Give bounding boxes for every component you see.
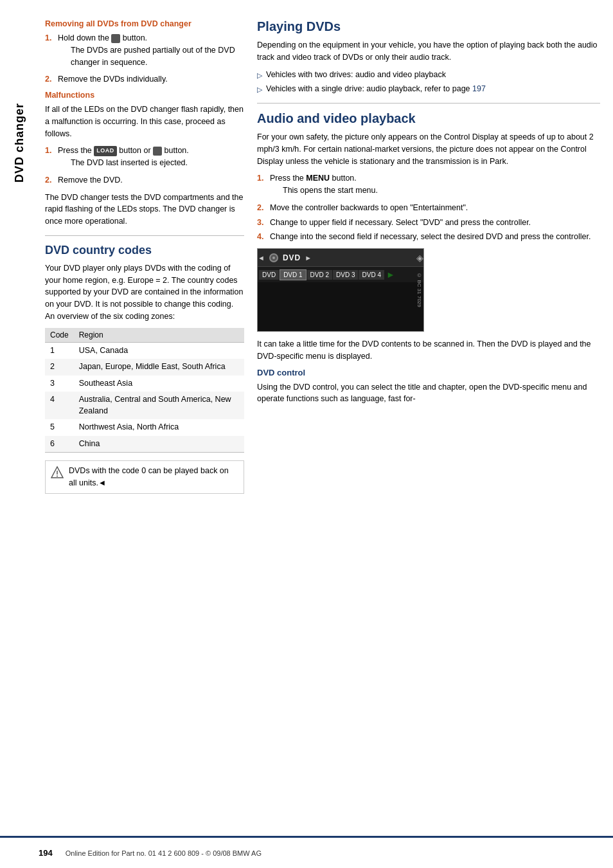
bullet-2: ▷ Vehicles with a single drive: audio pl… [257, 83, 600, 95]
step-content-2: Remove the DVDs individually. [58, 73, 244, 86]
playing-dvds-bullets: ▷ Vehicles with two drives: audio and vi… [257, 69, 600, 96]
av-content-3: Change to upper field if necessary. Sele… [270, 217, 600, 229]
dvd-tab-dvd[interactable]: DVD [259, 270, 279, 280]
malfunctions-body: If all of the LEDs on the DVD changer fl… [45, 104, 244, 140]
mstep-num-2: 2. [45, 174, 54, 186]
removing-step-1: 1. Hold down the button. The DVDs are pu… [45, 32, 244, 71]
note-text: DVDs with the code 0 can be played back … [69, 465, 238, 489]
dvd-options-bar: DVD DVD 1 DVD 2 DVD 3 DVD 4 ► [258, 267, 423, 282]
malfunctions-heading: Malfunctions [45, 91, 244, 100]
audio-video-heading: Audio and video playback [257, 111, 600, 126]
av-content-1: Press the MENU button. This opens the st… [270, 172, 600, 199]
dvd-tab-4[interactable]: DVD 4 [359, 270, 384, 280]
dvd-top-bar: ◄ DVD ► ◈ [258, 249, 423, 267]
table-header-row: Code Region [45, 328, 244, 343]
audio-video-section: Audio and video playback For your own sa… [257, 111, 600, 243]
after-display-text: It can take a little time for the DVD co… [257, 338, 600, 363]
code-cell: 6 [45, 436, 74, 453]
mstep-content-2: Remove the DVD. [58, 174, 244, 186]
region-cell: Japan, Europe, Middle East, South Africa [74, 359, 244, 375]
code-cell: 3 [45, 375, 74, 392]
av-content-2: Move the controller backwards to open "E… [270, 202, 600, 214]
malfunction-step-2: 2. Remove the DVD. [45, 174, 244, 186]
dvd-tab-3[interactable]: DVD 3 [333, 270, 358, 280]
av-num-4: 4. [257, 231, 266, 243]
col-code: Code [45, 328, 74, 343]
table-row: 1USA, Canada [45, 342, 244, 359]
mstep-content-1: Press the LOAD button or button. The DVD… [58, 145, 244, 172]
code-cell: 2 [45, 359, 74, 375]
code-cell: 1 [45, 342, 74, 359]
removing-section: Removing all DVDs from DVD changer 1. Ho… [45, 19, 244, 86]
table-row: 4Australia, Central and South America, N… [45, 392, 244, 419]
dvd-country-body: Your DVD player only plays DVDs with the… [45, 262, 244, 323]
page-footer: 194 Online Edition for Part no. 01 41 2 … [0, 836, 613, 868]
eject-button-icon [111, 34, 120, 43]
region-cell: Northwest Asia, North Africa [74, 419, 244, 436]
dvd-control-heading: DVD control [257, 368, 600, 377]
dvd-center-label: DVD [283, 253, 301, 262]
footer-note: Online Edition for Part no. 01 41 2 600 … [66, 849, 262, 857]
codes-table: Code Region 1USA, Canada2Japan, Europe, … [45, 328, 244, 453]
av-step-1-sub: This opens the start menu. [283, 185, 600, 197]
malfunction-step-1: 1. Press the LOAD button or button. The … [45, 145, 244, 172]
arrow-icon-2: ▷ [257, 84, 262, 95]
av-step-4: 4. Change into the second field if neces… [257, 231, 600, 243]
menu-label: MENU [306, 174, 330, 183]
av-step-1: 1. Press the MENU button. This opens the… [257, 172, 600, 199]
arrow-icon-1: ▷ [257, 70, 262, 81]
dvd-control-body: Using the DVD control, you can select th… [257, 381, 600, 406]
page-container: DVD changer Removing all DVDs from DVD c… [0, 0, 613, 868]
step-num-1: 1. [45, 32, 54, 71]
malfunctions-closing: The DVD changer tests the DVD compartmen… [45, 192, 244, 228]
load-button: LOAD [94, 146, 117, 156]
malfunctions-steps: 1. Press the LOAD button or button. The … [45, 145, 244, 186]
av-num-3: 3. [257, 217, 266, 229]
region-cell: USA, Canada [74, 342, 244, 359]
page-number: 194 [39, 848, 53, 858]
mstep-num-1: 1. [45, 145, 54, 172]
watermark-text: © BC 31 7029 [416, 273, 422, 307]
removing-steps: 1. Hold down the button. The DVDs are pu… [45, 32, 244, 86]
av-num-1: 1. [257, 172, 266, 199]
note-box: DVDs with the code 0 can be played back … [45, 460, 244, 494]
table-row: 2Japan, Europe, Middle East, South Afric… [45, 359, 244, 375]
sidebar-label: DVD changer [13, 103, 26, 183]
dvd-tab-arrow: ► [386, 269, 395, 280]
code-cell: 4 [45, 392, 74, 419]
av-step-2: 2. Move the controller backwards to open… [257, 202, 600, 214]
playing-dvds-heading: Playing DVDs [257, 19, 600, 34]
av-num-2: 2. [257, 202, 266, 214]
table-row: 3Southeast Asia [45, 375, 244, 392]
playing-dvds-section: Playing DVDs Depending on the equipment … [257, 19, 600, 95]
removing-step-2: 2. Remove the DVDs individually. [45, 73, 244, 86]
step-1-subtext: The DVDs are pushed partially out of the… [71, 44, 244, 69]
code-cell: 5 [45, 419, 74, 436]
right-column: Playing DVDs Depending on the equipment … [257, 19, 600, 849]
svg-point-5 [272, 257, 275, 259]
dvd-disc-icon [269, 253, 279, 263]
step-num-2: 2. [45, 73, 54, 86]
bullet-text-2: Vehicles with a single drive: audio play… [266, 83, 486, 95]
dvd-control-section: DVD control Using the DVD control, you c… [257, 368, 600, 406]
dvd-corner-icon: ◈ [416, 253, 423, 263]
region-cell: Australia, Central and South America, Ne… [74, 392, 244, 419]
eject-button-icon-2 [153, 147, 162, 156]
audio-video-steps: 1. Press the MENU button. This opens the… [257, 172, 600, 243]
playing-dvds-body: Depending on the equipment in your vehic… [257, 39, 600, 64]
left-column: Removing all DVDs from DVD changer 1. Ho… [45, 19, 244, 849]
dvd-country-codes-section: DVD country codes Your DVD player only p… [45, 244, 244, 494]
region-cell: China [74, 436, 244, 453]
dvd-arrow-left: ◄ [258, 254, 265, 262]
page-ref: 197 [472, 84, 486, 93]
col-region: Region [74, 328, 244, 343]
main-content: Removing all DVDs from DVD changer 1. Ho… [39, 0, 613, 868]
bullet-1: ▷ Vehicles with two drives: audio and vi… [257, 69, 600, 81]
dvd-body-area [258, 282, 423, 331]
divider-1 [45, 235, 244, 236]
av-content-4: Change into the second field if necessar… [270, 231, 600, 243]
dvd-arrow-right-top: ► [305, 254, 312, 262]
audio-video-body: For your own safety, the picture only ap… [257, 131, 600, 167]
dvd-tab-1[interactable]: DVD 1 [280, 269, 306, 280]
dvd-tab-2[interactable]: DVD 2 [307, 270, 332, 280]
